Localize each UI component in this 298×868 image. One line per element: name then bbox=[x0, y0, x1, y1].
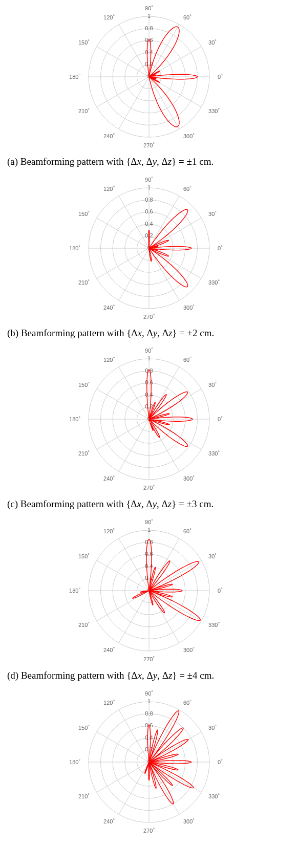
svg-line-120 bbox=[97, 560, 149, 591]
svg-line-19 bbox=[97, 77, 149, 107]
svg-text:90°: 90° bbox=[145, 176, 153, 183]
svg-text:240°: 240° bbox=[103, 646, 115, 653]
svg-line-21 bbox=[119, 77, 149, 129]
svg-text:330°: 330° bbox=[208, 793, 220, 799]
svg-text:180°: 180° bbox=[69, 245, 80, 251]
svg-text:90°: 90° bbox=[145, 347, 153, 354]
polar-plot: 0°30°60°90°120°150°180°210°240°270°300°3… bbox=[0, 685, 298, 839]
svg-line-112 bbox=[149, 560, 201, 591]
svg-line-155 bbox=[97, 732, 149, 762]
svg-text:60°: 60° bbox=[183, 185, 191, 192]
subfigure-caption: (b) Beamforming pattern with {Δx, Δy, Δz… bbox=[0, 325, 221, 343]
svg-line-9 bbox=[149, 25, 179, 77]
svg-text:270°: 270° bbox=[143, 484, 155, 491]
svg-text:150°: 150° bbox=[78, 210, 90, 217]
svg-text:30°: 30° bbox=[208, 39, 217, 46]
svg-text:240°: 240° bbox=[103, 475, 115, 482]
polar-plot: 0°30°60°90°120°150°180°210°240°270°300°3… bbox=[0, 0, 298, 154]
svg-text:1: 1 bbox=[147, 184, 151, 190]
svg-text:120°: 120° bbox=[103, 528, 115, 534]
svg-line-13 bbox=[119, 25, 149, 77]
svg-text:90°: 90° bbox=[145, 5, 153, 11]
svg-text:240°: 240° bbox=[103, 818, 115, 824]
svg-line-62 bbox=[149, 248, 201, 278]
figure-panel-a: 0°30°60°90°120°150°180°210°240°270°300°3… bbox=[0, 0, 298, 171]
svg-text:150°: 150° bbox=[78, 553, 90, 559]
svg-text:330°: 330° bbox=[208, 279, 220, 286]
polar-plot: 0°30°60°90°120°150°180°210°240°270°300°3… bbox=[0, 342, 298, 496]
svg-text:330°: 330° bbox=[208, 450, 220, 457]
svg-line-161 bbox=[119, 762, 149, 814]
svg-text:120°: 120° bbox=[103, 14, 115, 20]
svg-text:1: 1 bbox=[147, 355, 151, 361]
svg-text:0.4: 0.4 bbox=[145, 392, 153, 398]
svg-text:0.8: 0.8 bbox=[145, 25, 153, 31]
svg-text:0.2: 0.2 bbox=[145, 404, 153, 410]
svg-text:120°: 120° bbox=[103, 185, 115, 192]
svg-line-91 bbox=[119, 419, 149, 471]
svg-text:210°: 210° bbox=[78, 621, 90, 628]
svg-text:60°: 60° bbox=[183, 699, 191, 706]
svg-text:0.2: 0.2 bbox=[145, 232, 153, 238]
subfigure-caption: (d) Beamforming pattern with {Δx, Δy, Δz… bbox=[0, 667, 221, 685]
svg-line-44 bbox=[149, 196, 179, 248]
svg-text:30°: 30° bbox=[208, 724, 217, 731]
svg-text:150°: 150° bbox=[78, 724, 90, 731]
svg-text:60°: 60° bbox=[183, 356, 191, 363]
svg-line-50 bbox=[97, 218, 149, 248]
figure-panel-e: 0°30°60°90°120°150°180°210°240°270°300°3… bbox=[0, 685, 298, 839]
svg-text:240°: 240° bbox=[103, 133, 115, 139]
svg-text:0.8: 0.8 bbox=[145, 367, 153, 374]
svg-text:270°: 270° bbox=[143, 142, 155, 148]
svg-text:0.4: 0.4 bbox=[145, 49, 153, 55]
svg-text:210°: 210° bbox=[78, 450, 90, 457]
svg-text:300°: 300° bbox=[183, 133, 195, 139]
svg-text:330°: 330° bbox=[208, 621, 220, 628]
svg-text:1: 1 bbox=[147, 527, 151, 533]
svg-line-85 bbox=[97, 389, 149, 419]
svg-line-89 bbox=[97, 419, 149, 449]
svg-text:330°: 330° bbox=[208, 107, 220, 114]
svg-text:240°: 240° bbox=[103, 304, 115, 311]
svg-text:180°: 180° bbox=[69, 758, 80, 765]
svg-text:1: 1 bbox=[147, 13, 151, 19]
svg-text:180°: 180° bbox=[69, 587, 80, 594]
svg-text:150°: 150° bbox=[78, 381, 90, 388]
svg-text:0.6: 0.6 bbox=[145, 208, 153, 214]
figure-panel-d: 0°30°60°90°120°150°180°210°240°270°300°3… bbox=[0, 514, 298, 685]
svg-text:210°: 210° bbox=[78, 793, 90, 799]
svg-text:270°: 270° bbox=[143, 313, 155, 320]
svg-text:300°: 300° bbox=[183, 304, 195, 311]
svg-text:120°: 120° bbox=[103, 699, 115, 706]
svg-text:210°: 210° bbox=[78, 107, 90, 114]
svg-text:0°: 0° bbox=[218, 416, 223, 422]
svg-text:120°: 120° bbox=[103, 356, 115, 363]
svg-line-56 bbox=[119, 248, 149, 300]
svg-text:30°: 30° bbox=[208, 381, 217, 388]
svg-line-25 bbox=[149, 77, 179, 129]
polar-plot: 0°30°60°90°120°150°180°210°240°270°300°3… bbox=[0, 514, 298, 667]
svg-text:270°: 270° bbox=[143, 827, 155, 834]
figure-panel-b: 0°30°60°90°120°150°180°210°240°270°300°3… bbox=[0, 171, 298, 343]
svg-text:300°: 300° bbox=[183, 475, 195, 482]
svg-text:180°: 180° bbox=[69, 416, 80, 422]
svg-text:0.8: 0.8 bbox=[145, 196, 153, 202]
svg-text:30°: 30° bbox=[208, 553, 217, 559]
svg-text:210°: 210° bbox=[78, 279, 90, 286]
subfigure-caption: (c) Beamforming pattern with {Δx, Δy, Δz… bbox=[0, 496, 221, 514]
svg-text:90°: 90° bbox=[145, 690, 153, 697]
svg-text:0°: 0° bbox=[218, 758, 223, 765]
svg-text:60°: 60° bbox=[183, 14, 191, 20]
svg-text:0.8: 0.8 bbox=[145, 710, 153, 716]
svg-line-48 bbox=[119, 196, 149, 248]
svg-line-15 bbox=[97, 47, 149, 77]
svg-text:0°: 0° bbox=[218, 587, 223, 594]
svg-text:0°: 0° bbox=[218, 245, 223, 251]
svg-line-153 bbox=[119, 710, 149, 762]
svg-text:0.6: 0.6 bbox=[145, 380, 153, 386]
svg-text:300°: 300° bbox=[183, 646, 195, 653]
svg-text:150°: 150° bbox=[78, 39, 90, 46]
svg-line-132 bbox=[149, 591, 201, 621]
svg-text:300°: 300° bbox=[183, 818, 195, 824]
svg-text:0.6: 0.6 bbox=[145, 37, 153, 43]
